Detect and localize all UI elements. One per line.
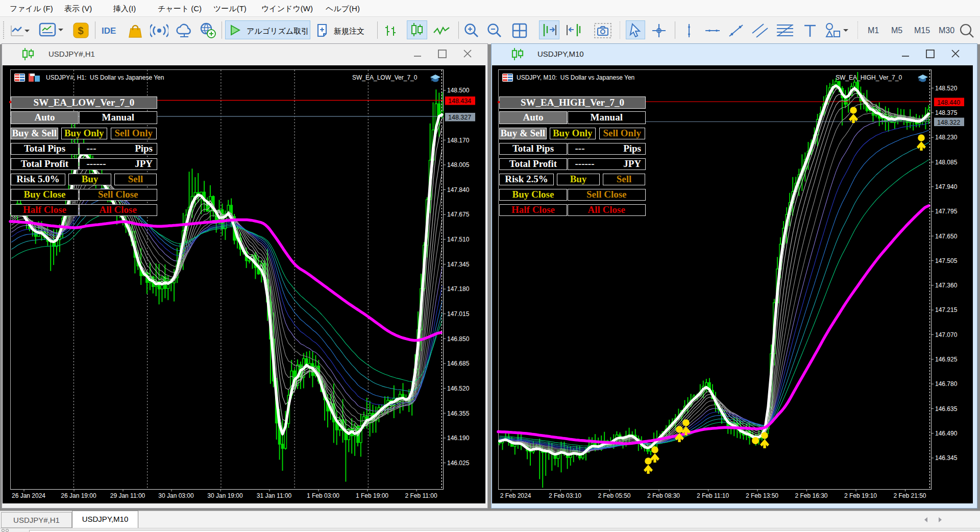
svg-text:2 Feb 05:50: 2 Feb 05:50 <box>598 492 630 499</box>
svg-text:148.440: 148.440 <box>937 99 960 106</box>
svg-text:30 Jan 19:00: 30 Jan 19:00 <box>207 492 243 499</box>
svg-text:148.170: 148.170 <box>447 137 470 144</box>
svg-text:2 Feb 03:10: 2 Feb 03:10 <box>549 492 581 499</box>
svg-text:147.180: 147.180 <box>447 285 470 293</box>
svg-text:2 Feb 21:50: 2 Feb 21:50 <box>893 492 926 499</box>
svg-text:147.795: 147.795 <box>935 208 958 215</box>
svg-text:148.005: 148.005 <box>447 161 470 168</box>
svg-text:147.510: 147.510 <box>447 236 470 243</box>
svg-text:2 Feb 08:30: 2 Feb 08:30 <box>647 492 680 499</box>
svg-text:2 Feb 2024: 2 Feb 2024 <box>500 492 531 499</box>
svg-text:148.375: 148.375 <box>935 109 958 116</box>
svg-text:148.327: 148.327 <box>448 114 471 121</box>
svg-text:148.434: 148.434 <box>448 98 471 105</box>
svg-text:148.322: 148.322 <box>937 119 960 126</box>
svg-text:2 Feb 11:10: 2 Feb 11:10 <box>697 492 729 499</box>
svg-text:148.520: 148.520 <box>935 85 958 92</box>
svg-text:147.215: 147.215 <box>935 306 958 313</box>
svg-text:147.675: 147.675 <box>447 211 470 218</box>
svg-text:147.360: 147.360 <box>935 282 958 289</box>
svg-text:147.940: 147.940 <box>935 183 958 190</box>
svg-text:146.490: 146.490 <box>935 430 958 437</box>
svg-text:1 Feb 19:00: 1 Feb 19:00 <box>356 492 388 499</box>
svg-text:29 Jan 11:00: 29 Jan 11:00 <box>110 492 145 499</box>
svg-text:148.500: 148.500 <box>447 87 470 94</box>
svg-text:147.505: 147.505 <box>935 257 958 264</box>
svg-text:146.190: 146.190 <box>447 434 470 442</box>
svg-text:148.085: 148.085 <box>935 159 958 166</box>
svg-text:146.635: 146.635 <box>935 405 958 413</box>
svg-text:146.345: 146.345 <box>935 454 958 462</box>
svg-text:2 Feb 16:30: 2 Feb 16:30 <box>795 492 827 499</box>
svg-text:147.840: 147.840 <box>447 186 470 194</box>
svg-text:146.925: 146.925 <box>935 356 958 363</box>
svg-text:146.025: 146.025 <box>447 460 470 467</box>
svg-text:2 Feb 11:00: 2 Feb 11:00 <box>405 492 437 499</box>
svg-text:147.015: 147.015 <box>447 310 470 318</box>
svg-text:146.685: 146.685 <box>447 360 470 367</box>
svg-text:2 Feb 19:10: 2 Feb 19:10 <box>844 492 877 499</box>
svg-text:148.230: 148.230 <box>935 134 958 141</box>
svg-text:1 Feb 03:00: 1 Feb 03:00 <box>307 492 339 499</box>
svg-text:146.780: 146.780 <box>935 380 958 388</box>
svg-text:147.650: 147.650 <box>935 233 958 240</box>
svg-text:146.355: 146.355 <box>447 410 470 417</box>
svg-text:2 Feb 13:50: 2 Feb 13:50 <box>746 492 778 499</box>
svg-text:147.070: 147.070 <box>935 331 958 338</box>
svg-text:147.345: 147.345 <box>447 261 470 268</box>
svg-text:31 Jan 11:00: 31 Jan 11:00 <box>257 492 292 499</box>
svg-text:26 Jan 19:00: 26 Jan 19:00 <box>61 492 96 499</box>
svg-text:30 Jan 03:00: 30 Jan 03:00 <box>158 492 194 499</box>
svg-text:146.520: 146.520 <box>447 385 470 392</box>
svg-text:146.850: 146.850 <box>447 335 470 343</box>
svg-text:26 Jan 2024: 26 Jan 2024 <box>12 492 45 499</box>
